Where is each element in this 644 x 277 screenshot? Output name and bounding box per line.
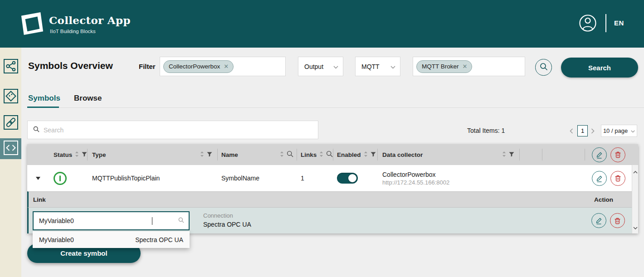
column-search-icon[interactable] [287, 151, 293, 159]
sort-icon[interactable] [280, 151, 284, 159]
connection-info: Connection Spectra OPC UA [203, 212, 251, 229]
column-label: Type [92, 151, 106, 158]
tab-symbols[interactable]: Symbols [28, 94, 60, 103]
next-page-icon[interactable] [591, 127, 595, 136]
option-connection-name: Spectra OPC UA [135, 236, 183, 243]
sort-icon[interactable] [200, 151, 204, 159]
filter-funnel-icon[interactable] [509, 151, 514, 158]
collector-filter-input[interactable]: CollectorPowerbox ✕ [160, 57, 286, 76]
status-running-icon [54, 172, 67, 185]
column-header-enabled: Enabled [333, 144, 378, 165]
diamond-tag-icon [3, 88, 19, 106]
prev-page-icon[interactable] [570, 127, 573, 136]
scroll-down-icon[interactable] [633, 223, 638, 231]
sidebar-item-collectors[interactable] [0, 57, 21, 78]
data-collector-name: CollectorPowerbox [382, 170, 449, 179]
link-actions [591, 213, 625, 228]
table-scrollbar[interactable] [632, 165, 638, 233]
search-icon [540, 63, 548, 72]
search-icon [178, 217, 184, 225]
edit-link-button[interactable] [591, 213, 606, 228]
app-logo-icon [20, 11, 44, 38]
edit-row-button[interactable] [592, 171, 607, 186]
total-items-label: Total Items: 1 [467, 127, 505, 134]
language-selector[interactable]: EN [614, 19, 624, 27]
header-divider [605, 14, 606, 32]
broker-chip: MQTT Broker ✕ [416, 60, 472, 73]
delete-all-button[interactable] [610, 147, 625, 162]
expand-column-header [27, 144, 49, 165]
spacer-column [520, 144, 542, 165]
sidebar-item-symbols[interactable] [0, 87, 21, 107]
column-header-status: Status [49, 144, 88, 165]
sort-icon[interactable] [502, 151, 506, 159]
advanced-search-button[interactable] [535, 59, 552, 76]
angle-brackets-icon [3, 140, 19, 157]
sort-icon[interactable] [319, 151, 323, 159]
share-network-icon [3, 58, 19, 76]
autocomplete-dropdown: MyVariable0 Spectra OPC UA [33, 231, 190, 248]
spacer-column [542, 144, 585, 165]
enabled-toggle[interactable] [337, 173, 358, 184]
protocol-select-value: MQTT [361, 63, 380, 70]
text-cursor [152, 217, 152, 225]
delete-link-button[interactable] [610, 213, 625, 228]
user-avatar-icon[interactable] [579, 14, 597, 32]
action-column-label: Action [594, 196, 613, 203]
search-icon [33, 126, 39, 134]
connection-label: Connection [203, 212, 251, 220]
filter-funnel-icon[interactable] [207, 151, 212, 158]
broker-chip-label: MQTT Broker [422, 63, 459, 70]
link-icon [3, 115, 19, 132]
sort-icon[interactable] [364, 151, 368, 159]
page-number[interactable]: 1 [577, 125, 588, 136]
header-actions [585, 144, 632, 165]
symbol-type: MQTTPublishTopicPlain [92, 175, 160, 182]
tab-browse[interactable]: Browse [74, 94, 102, 103]
filter-funnel-icon[interactable] [82, 151, 87, 158]
table-header-row: Status Type Name Links [27, 144, 638, 165]
data-collector-url: http://172.24.55.166:8002 [382, 179, 449, 186]
collector-chip: CollectorPowerbox ✕ [163, 60, 234, 73]
link-search-input[interactable] [39, 217, 178, 224]
active-tab-indicator [27, 107, 59, 108]
chevron-down-icon [631, 127, 635, 134]
page-size-value: 10 / page [603, 127, 628, 134]
column-search-icon[interactable] [326, 151, 333, 159]
filter-label: Filter [139, 63, 156, 70]
filter-funnel-icon[interactable] [371, 151, 376, 158]
column-label: Links [301, 151, 317, 158]
table-body: MQTTPublishTopicPlain SymbolName 1 Colle… [27, 165, 638, 233]
search-button[interactable]: Search [561, 58, 638, 78]
sidebar [0, 48, 21, 277]
page-title: Symbols Overview [28, 60, 113, 71]
page-size-select[interactable]: 10 / page [601, 125, 637, 137]
broker-chip-remove-icon[interactable]: ✕ [463, 63, 468, 70]
connection-value: Spectra OPC UA [203, 220, 251, 229]
collapse-row-icon[interactable] [36, 177, 40, 180]
broker-filter-input[interactable]: MQTT Broker ✕ [413, 57, 525, 76]
chevron-down-icon [390, 63, 395, 70]
app-title: Collector App [49, 14, 131, 26]
column-label: Name [221, 151, 238, 158]
app-window: Collector App IIoT Building Blocks EN [0, 0, 644, 277]
edit-all-button[interactable] [592, 147, 607, 162]
sort-icon[interactable] [75, 151, 79, 159]
link-row: Connection Spectra OPC UA [27, 207, 638, 233]
scroll-up-icon[interactable] [633, 167, 638, 175]
link-search-field[interactable] [33, 211, 190, 230]
option-variable-name: MyVariable0 [39, 236, 74, 243]
tabs-divider [27, 107, 644, 108]
autocomplete-option[interactable]: MyVariable0 Spectra OPC UA [33, 231, 190, 248]
sidebar-item-symbols-overview-active[interactable] [0, 138, 21, 159]
protocol-select[interactable]: MQTT [355, 57, 400, 76]
collector-chip-remove-icon[interactable]: ✕ [224, 63, 229, 70]
direction-select[interactable]: Output [298, 57, 343, 76]
sidebar-item-links[interactable] [0, 113, 21, 134]
links-count: 1 [301, 175, 304, 182]
table-search-field[interactable] [27, 121, 318, 139]
table-search-input[interactable] [44, 126, 312, 134]
delete-row-button[interactable] [610, 171, 625, 186]
column-label: Status [54, 151, 72, 158]
column-header-links: Links [297, 144, 333, 165]
